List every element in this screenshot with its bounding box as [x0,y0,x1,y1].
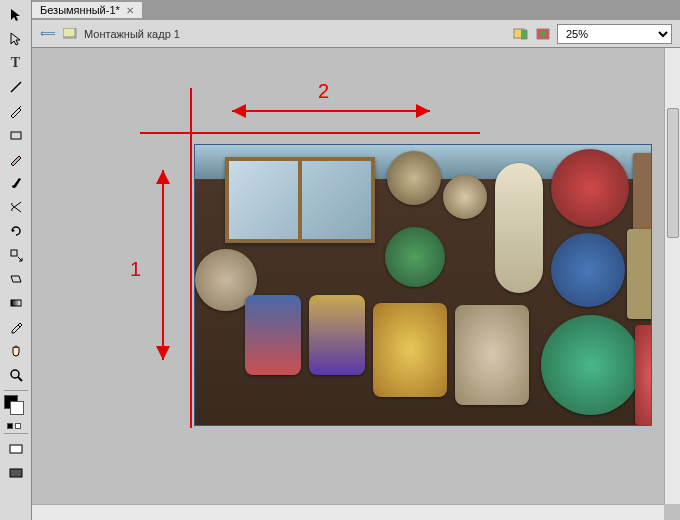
svg-rect-6 [10,445,22,453]
shear-tool[interactable] [4,268,28,290]
options-toolbar: ⟸ Монтажный кадр 1 25% [32,20,680,48]
eyedropper-tool[interactable] [4,316,28,338]
photo-plate [373,303,447,397]
svg-point-12 [540,31,546,37]
line-tool[interactable] [4,76,28,98]
scrollbar-thumb[interactable] [667,108,679,238]
type-tool[interactable]: T [4,52,28,74]
dimension-label-vertical: 1 [130,258,141,281]
photo-plate [385,227,445,287]
dimension-label-horizontal: 2 [318,80,329,103]
photo-plate [633,153,652,233]
svg-rect-2 [11,250,17,256]
svg-point-4 [11,370,19,378]
frame-icon [62,26,78,42]
svg-line-0 [11,82,21,92]
canvas-area[interactable]: 2 1 [32,48,680,520]
screen-mode-normal[interactable] [4,438,28,460]
horizontal-scrollbar[interactable] [32,504,664,520]
arrowhead-left-icon [232,104,246,118]
photo-plate [541,315,641,415]
pen-tool[interactable] [4,100,28,122]
document-tab-bar: Безымянный-1* ✕ [32,0,680,20]
svg-rect-1 [11,132,21,139]
svg-line-5 [18,377,22,381]
document-tab-title: Безымянный-1* [40,4,120,16]
photo-plate [245,295,301,375]
photo-plate [443,175,487,219]
tools-panel: T [0,0,32,520]
screen-mode-preview[interactable] [4,462,28,484]
photo-plate [551,149,629,227]
preview-icon[interactable] [535,26,551,42]
photo-plate [551,233,625,307]
dimension-arrow-horizontal [232,110,430,112]
arrowhead-down-icon [156,346,170,360]
color-mode-icon[interactable] [513,26,529,42]
photo-plate [635,325,652,425]
rectangle-tool[interactable] [4,124,28,146]
frame-title: Монтажный кадр 1 [84,28,180,40]
zoom-select[interactable]: 25% [557,24,672,44]
selection-tool[interactable] [4,4,28,26]
tools-divider [4,390,28,391]
color-swatches[interactable] [4,395,28,419]
hand-tool[interactable] [4,340,28,362]
photo-plate [387,151,441,205]
close-icon[interactable]: ✕ [126,5,134,16]
photo-plate [455,305,529,405]
vertical-scrollbar[interactable] [664,48,680,504]
brush-tool[interactable] [4,172,28,194]
photo-plate [309,295,365,375]
document-tab[interactable]: Безымянный-1* ✕ [32,2,143,18]
arrowhead-right-icon [416,104,430,118]
svg-rect-9 [63,28,75,37]
dimension-arrow-vertical [162,170,164,360]
background-color[interactable] [10,401,24,415]
photo-plate [627,229,652,319]
svg-rect-3 [11,300,21,306]
direct-select-tool[interactable] [4,28,28,50]
scale-tool[interactable] [4,244,28,266]
pencil-tool[interactable] [4,148,28,170]
photo-plate [495,163,543,293]
gradient-tool[interactable] [4,292,28,314]
tools-divider-2 [4,433,28,434]
scissors-tool[interactable] [4,196,28,218]
default-colors[interactable] [7,423,25,429]
rotate-tool[interactable] [4,220,28,242]
back-icon[interactable]: ⟸ [40,26,56,42]
zoom-tool[interactable] [4,364,28,386]
arrowhead-up-icon [156,170,170,184]
vertical-guide [190,88,192,428]
photo-window [225,157,375,243]
placed-image[interactable] [194,144,652,426]
svg-rect-7 [10,469,22,477]
